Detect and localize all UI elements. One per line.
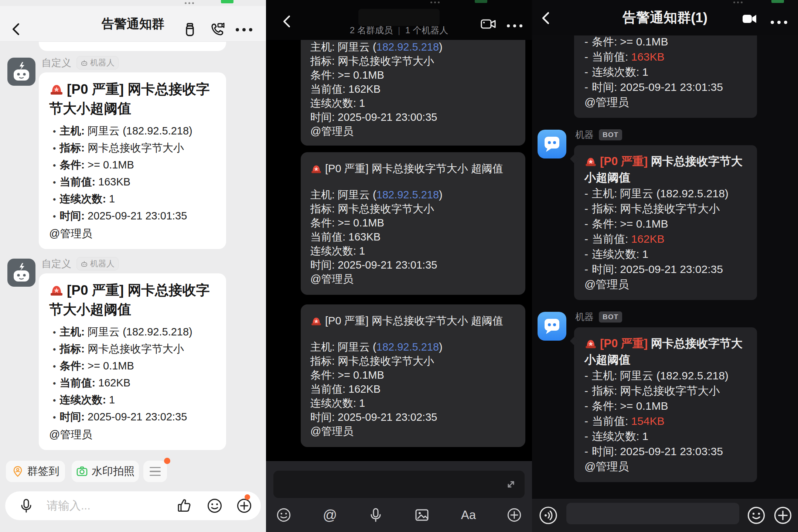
- ip-link[interactable]: 182.92.5.218: [376, 41, 439, 53]
- message-input[interactable]: [273, 471, 525, 498]
- bullet: •: [53, 177, 56, 187]
- alert-field: -条件:>= 0.1MB: [584, 34, 747, 49]
- sender-row: 自定义 机器人: [41, 257, 119, 270]
- alert-field: 连续次数: 1: [310, 396, 516, 410]
- mention-at-icon[interactable]: @: [320, 505, 340, 525]
- add-attachment-icon[interactable]: [236, 497, 253, 514]
- back-button[interactable]: [539, 11, 553, 25]
- alert-message-card[interactable]: [P0 严重] 网卡总接收字节大小超阈值 -主机:阿里云 (182.92.5.2…: [574, 145, 757, 300]
- alert-field: 当前值: 163KB: [310, 230, 516, 244]
- siren-icon: [584, 154, 597, 167]
- emoji-icon[interactable]: [747, 506, 766, 525]
- mention[interactable]: @管理员: [49, 225, 216, 242]
- bubble-tail: [570, 336, 579, 345]
- alert-title: [P0 严重] 网卡总接收字节大小超阈值: [49, 80, 216, 118]
- sender-name: 自定义: [41, 257, 71, 270]
- microphone-icon[interactable]: [18, 498, 34, 514]
- dash: -: [584, 202, 588, 215]
- mention[interactable]: @管理员: [584, 277, 747, 292]
- image-icon[interactable]: [412, 505, 432, 525]
- voice-message-icon[interactable]: [539, 506, 558, 525]
- add-attachment-icon[interactable]: [773, 506, 792, 525]
- emoji-icon[interactable]: [273, 505, 294, 525]
- status-dots: [430, 1, 440, 3]
- alert-message-card[interactable]: [P0 严重] 网卡总接收字节大小 超阈值 主机:阿里云 (182.92.5.2…: [301, 152, 525, 295]
- alert-field: -当前值:154KB: [584, 413, 747, 429]
- bot-avatar[interactable]: [7, 58, 35, 86]
- alert-field: -时间:2025-09-21 23:01:35: [584, 79, 747, 95]
- bullet: •: [53, 395, 56, 405]
- back-button[interactable]: [10, 22, 24, 36]
- right-chat-header: 告警通知群(1): [532, 0, 798, 35]
- mention[interactable]: @管理员: [584, 95, 747, 110]
- alert-title: [P0 严重] 网卡总接收字节大小超阈值: [49, 281, 216, 319]
- bullet: •: [53, 211, 56, 221]
- expand-input-icon[interactable]: [504, 477, 518, 491]
- bot-avatar[interactable]: [538, 312, 566, 341]
- emoji-icon[interactable]: [206, 497, 223, 514]
- flask-icon[interactable]: [183, 22, 197, 37]
- bullet: •: [53, 344, 56, 354]
- mention[interactable]: @管理员: [584, 459, 747, 474]
- sender-row: 自定义 机器人: [41, 56, 119, 69]
- watermark-camera-button[interactable]: 水印拍照: [72, 461, 139, 482]
- more-options-icon[interactable]: [771, 16, 787, 29]
- video-call-icon[interactable]: [741, 10, 758, 27]
- video-phone-call-icon[interactable]: [209, 21, 225, 38]
- alert-message-card[interactable]: [P0 严重] 网卡总接收字节大小超阈值 •主机:阿里云 (182.92.5.2…: [39, 273, 226, 450]
- alert-field: •指标:网卡总接收字节大小: [49, 140, 216, 157]
- dash: -: [584, 187, 588, 200]
- alert-field: 条件: >= 0.1MB: [310, 216, 516, 230]
- alert-title: [P0 严重] 网卡总接收字节大小超阈值: [584, 335, 747, 368]
- battery-icon: [475, 0, 487, 3]
- video-call-icon[interactable]: [480, 16, 497, 33]
- alert-message-card[interactable]: [P0 严重] 网卡总接收字节大小超阈值 -主机:阿里云 (182.92.5.2…: [574, 327, 757, 482]
- alert-field: •指标:网卡总接收字节大小: [49, 341, 216, 358]
- siren-icon: [49, 282, 64, 297]
- bot-tag: BOT: [599, 129, 622, 140]
- robot-tag: 机器人: [76, 56, 119, 69]
- alert-message-card[interactable]: 主机:阿里云 (182.92.5.218) 指标: 网卡总接收字节大小 条件: …: [301, 33, 525, 146]
- message-input[interactable]: [566, 503, 739, 524]
- more-options-icon[interactable]: [236, 23, 252, 36]
- mention[interactable]: @管理员: [310, 272, 516, 286]
- bot-avatar[interactable]: [538, 130, 566, 158]
- right-chat-panel: -条件:>= 0.1MB -当前值:163KB -连续次数:1 -时间:2025…: [532, 0, 798, 532]
- alert-field: -主机:阿里云 (182.92.5.218): [584, 368, 747, 383]
- mention[interactable]: @管理员: [49, 426, 216, 443]
- group-checkin-button[interactable]: 群签到: [6, 461, 65, 482]
- thumbs-up-icon[interactable]: [176, 497, 193, 514]
- add-attachment-icon[interactable]: [504, 505, 525, 525]
- chat-bubble-icon: [542, 317, 562, 336]
- text-format-icon[interactable]: Aa: [458, 505, 479, 525]
- ip-link[interactable]: 182.92.5.218: [376, 341, 439, 353]
- alert-field: 当前值: 162KB: [310, 82, 516, 96]
- alert-message-card[interactable]: -条件:>= 0.1MB -当前值:163KB -连续次数:1 -时间:2025…: [574, 26, 757, 118]
- robot-icon: [81, 260, 88, 267]
- alert-field: 时间: 2025-09-21 23:02:35: [310, 410, 516, 424]
- bot-count: 1 个机器人: [405, 25, 448, 35]
- alert-field: 连续次数: 1: [310, 244, 516, 258]
- mention[interactable]: @管理员: [310, 124, 516, 138]
- severity-label: [P0 严重]: [600, 155, 648, 168]
- ip-link[interactable]: 182.92.5.218: [376, 189, 439, 201]
- dash: -: [584, 400, 588, 412]
- siren-icon: [310, 314, 322, 326]
- alert-field: -当前值:162KB: [584, 231, 747, 246]
- robot-tag-label: 机器人: [90, 258, 115, 269]
- middle-chat-header: 2 名群成员|1 个机器人: [266, 0, 532, 40]
- more-tools-button[interactable]: [143, 461, 167, 482]
- alert-message-card[interactable]: [P0 严重] 网卡总接收字节大小超阈值 •主机:阿里云 (182.92.5.2…: [39, 72, 226, 249]
- alert-message-card[interactable]: [P0 严重] 网卡总接收字节大小 超阈值 主机:阿里云 (182.92.5.2…: [301, 304, 525, 447]
- alert-field: -时间:2025-09-21 23:03:35: [584, 444, 747, 459]
- input-placeholder[interactable]: 请输入...: [47, 491, 91, 520]
- siren-icon: [584, 337, 597, 349]
- alert-field: -条件:>= 0.1MB: [584, 216, 747, 231]
- microphone-icon[interactable]: [365, 505, 386, 525]
- more-options-icon[interactable]: [507, 19, 522, 33]
- siren-icon: [310, 162, 322, 174]
- left-chat-header: 告警通知群: [0, 6, 266, 42]
- alert-field: -主机:阿里云 (182.92.5.218): [584, 186, 747, 201]
- mention[interactable]: @管理员: [310, 424, 516, 438]
- bot-avatar[interactable]: [7, 259, 35, 287]
